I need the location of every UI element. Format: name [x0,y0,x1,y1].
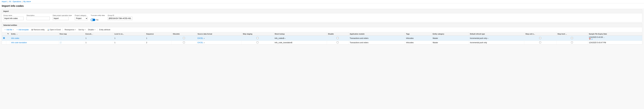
skip-staging-checkbox[interactable] [256,37,258,39]
entity-name-link[interactable]: Info codes [11,37,19,39]
remove-entity-icon: 🗑 [31,29,33,31]
col-obsolete[interactable]: Obsolete [172,32,196,36]
source-format-arrow[interactable]: ▾ [204,42,205,44]
source-format-value[interactable]: EXCEL [198,37,203,39]
entities-section: Selected entities ＋ Add file ▾ ＋ Add tem… [2,23,642,45]
sequence-cell: 2 [145,41,172,44]
project-category-label: Project category [75,14,88,16]
open-in-excel-button[interactable]: 📊 Open in Excel [46,28,62,31]
entity-category-cell: Master [432,41,469,44]
group-id-input[interactable] [108,17,132,20]
skip-staging-cell [242,41,274,44]
entities-table-body: Info codes📄111EXCEL ▾Info_codes$ ▾Transa… [2,36,642,44]
col-disable[interactable]: Disable [327,32,348,36]
add-template-label: Add template [18,29,29,31]
skip-staging-cell [242,36,274,41]
obsolete-checkbox[interactable] [183,37,185,39]
stop-level-checkbox[interactable] [571,37,573,39]
entities-toolbar: ＋ Add file ▾ ＋ Add template 🗑 Remove ent… [2,27,642,32]
project-category-select[interactable]: Project [75,17,88,20]
stop-unit-checkbox[interactable] [539,37,541,39]
calendar-icon[interactable]: 📅 [589,38,591,40]
resequence-chevron: ▾ [75,29,76,30]
col-default-refresh[interactable]: Default refresh type [469,32,524,36]
row-icon-cell [6,36,10,41]
sheet-lookup-arrow[interactable]: ▾ [284,38,286,39]
open-in-excel-label: Open in Excel [50,29,61,31]
group-name-input[interactable] [3,17,24,20]
resequence-button[interactable]: Resequence ▾ [64,28,77,31]
add-file-chevron: ▾ [13,29,14,30]
stop-level-cell [556,36,588,41]
sheet-lookup-cell[interactable]: Info_codes$ ▾ [274,36,327,41]
stop-unit-checkbox[interactable] [539,42,541,43]
data-project-type-input[interactable] [53,17,69,20]
add-template-button[interactable]: ＋ Add template [15,28,30,31]
plus-icon: ＋ [4,28,6,31]
ax-operations-nav-link[interactable]: AX : Operations [9,0,21,2]
entity-attribute-button[interactable]: Entity attribute [98,28,112,31]
project-category-field: Project category Project [75,14,88,20]
disable-button[interactable]: Disable ▾ [87,28,96,31]
description-field: Description [26,14,50,20]
execution-cell: 1 [84,36,113,41]
source-format-cell[interactable]: EXCEL ▾ [196,36,242,41]
skip-staging-checkbox[interactable] [256,42,258,43]
sequence-cell: 1 [145,36,172,41]
doc-icon[interactable]: 📄 [60,42,62,44]
col-level[interactable]: Level in ex... [113,32,145,36]
entity-name-link[interactable]: Info code translation [11,42,27,44]
entity-radio[interactable] [3,37,5,39]
disable-chevron: ▾ [94,29,95,30]
stop-level-checkbox[interactable] [571,42,573,43]
truncate-field: Truncate entity data No [91,14,105,21]
stop-level-cell [556,41,588,44]
col-skip-staging[interactable]: Skip staging [242,32,274,36]
clear-date-icon[interactable]: ✕ [591,38,593,40]
disable-checkbox[interactable] [337,42,338,43]
source-format-arrow[interactable]: ▾ [204,38,205,39]
default-refresh-cell[interactable]: Incremental push only [469,41,524,44]
default-refresh-arrow[interactable]: ▾ [487,38,488,39]
data-project-type-label: Data project operation type [53,14,72,16]
sort-by-chevron: ▾ [85,29,86,30]
col-execution[interactable]: Executi... ↑ [84,32,113,36]
col-sequence[interactable]: Sequence [145,32,172,36]
source-format-cell[interactable]: EXCEL ▾ [196,41,242,44]
col-expiry-date[interactable]: Sample File Expiry Date [588,32,642,36]
app-module-cell: Transactions and orders [348,41,405,44]
doc-icon[interactable]: 📄 [60,37,62,39]
row-icon-cell [6,41,10,44]
add-file-button[interactable]: ＋ Add file ▾ [3,28,15,31]
truncate-toggle[interactable] [91,19,95,21]
col-stop-unit[interactable]: Stop unit e... [524,32,556,36]
disable-checkbox[interactable] [337,37,338,39]
col-view-map[interactable]: View map [58,32,84,36]
col-entity-category[interactable]: Entity category [432,32,469,36]
toolbar-sep-1 [62,28,63,31]
sort-by-button[interactable]: Sort by ▾ [77,28,87,31]
my-view-dropdown[interactable]: My view ▾ [23,0,31,2]
col-source-format[interactable]: Source data format [196,32,242,36]
col-sheet-lookup[interactable]: Sheet lookup [274,32,327,36]
remove-entity-label: Remove entity [34,29,45,31]
expiry-date-value: 1/24/2025 5:43:47 PM [589,42,606,44]
my-view-chevron: ▾ [30,0,31,2]
col-refresh[interactable]: ↻ [6,32,10,36]
entity-name-cell[interactable]: Info code translation [10,41,58,44]
remove-entity-button[interactable]: 🗑 Remove entity [30,28,46,31]
col-tags[interactable]: Tags [405,32,432,36]
entity-attribute-label: Entity attribute [99,29,110,31]
obsolete-checkbox[interactable] [183,42,185,43]
description-input[interactable] [26,17,50,20]
tags-cell: Infocodes [405,41,432,44]
col-entity[interactable]: Entity ▲ [10,32,58,36]
col-app-module[interactable]: Application module [348,32,405,36]
import-nav-link[interactable]: Import [2,0,7,2]
sheet-lookup-cell[interactable]: Info_code_translation$ [274,41,327,44]
col-stop-level[interactable]: Stop level ... [556,32,588,36]
default-refresh-cell[interactable]: Incremental push only ▾ [469,36,524,41]
expiry-date-value: 1/24/2025 5:43:30 ... [589,36,605,38]
source-format-value[interactable]: EXCEL [198,42,203,44]
entity-name-cell[interactable]: Info codes [10,36,58,41]
